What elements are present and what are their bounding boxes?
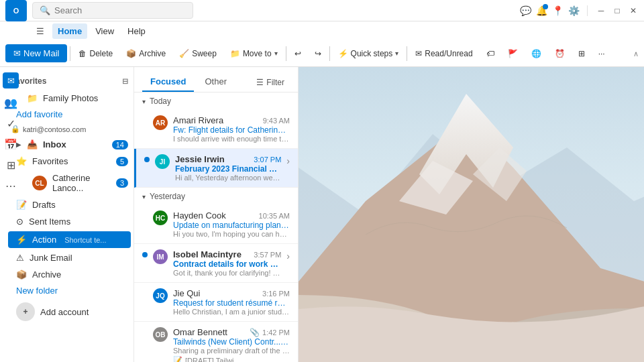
nav-calendar-icon[interactable]: 📅 xyxy=(4,138,17,151)
inbox-badge: 14 xyxy=(112,140,128,149)
email-subject: Contract details for work on... (3) xyxy=(173,259,281,269)
sidebar-item-inbox[interactable]: ▶ 📥 Inbox 14 xyxy=(5,136,133,153)
expand-icon[interactable]: › xyxy=(286,251,290,261)
email-item[interactable]: IM Isobel Macintyre 3:57 PM Contract det… xyxy=(134,244,298,283)
title-bar-right: 💬 🔔 📍 ⚙️ ─ □ ✕ xyxy=(520,5,639,16)
sidebar-item-favorites-sub[interactable]: ⭐ Favorites 5 xyxy=(5,153,133,170)
hamburger-menu[interactable]: ☰ xyxy=(34,23,47,39)
read-unread-button[interactable]: ✉ Read/Unread xyxy=(410,46,478,61)
email-header: Amari Rivera 9:43 AM xyxy=(173,115,290,125)
new-mail-button[interactable]: ✉ New Mail xyxy=(5,44,67,62)
redo-button[interactable]: ↪ xyxy=(309,46,327,61)
sidebar-item-family-photos[interactable]: 📁 Family Photos xyxy=(5,90,133,107)
nav-people-icon[interactable]: 👥 xyxy=(4,97,17,109)
sidebar-item-drafts[interactable]: 📝 Drafts xyxy=(5,196,133,213)
menu-help[interactable]: Help xyxy=(122,23,151,39)
mountain-background xyxy=(299,67,644,362)
email-time: 10:35 AM xyxy=(259,212,290,220)
toolbar-sep3 xyxy=(329,46,330,61)
sidebar-item-junk[interactable]: ⚠ Junk Email xyxy=(5,249,133,266)
email-item[interactable]: HC Hayden Cook 10:35 AM Update on manufa… xyxy=(134,205,298,244)
title-bar-left: O 🔍 xyxy=(5,0,193,21)
email-subject: Tailwinds (New Client) Contr... (6) xyxy=(173,337,290,347)
add-account-link[interactable]: + Add account xyxy=(5,298,133,325)
email-content: Jie Qui 3:16 PM Request for student résu… xyxy=(173,288,290,316)
close-button[interactable]: ✕ xyxy=(628,5,639,16)
main-layout: ✉ 👥 ✓ 📅 ⊞ ⋯ Favorites ⊟ 📁 Family Photos … xyxy=(0,67,644,362)
email-item[interactable]: JI Jessie Irwin 3:07 PM February 2023 Fi… xyxy=(134,149,298,188)
tab-other[interactable]: Other xyxy=(197,72,235,92)
sidebar-item-action[interactable]: ⚡ Action Shortcut te... xyxy=(8,231,131,248)
sweep-button[interactable]: 🧹 Sweep xyxy=(174,46,222,61)
tab-focused[interactable]: Focused xyxy=(142,72,194,92)
email-sender: Omar Bennett xyxy=(173,327,227,337)
quick-steps-button[interactable]: ⚡ Quick steps ▾ xyxy=(333,46,405,61)
translate-button[interactable]: 🌐 xyxy=(526,46,547,61)
sidebar-item-catherine[interactable]: CL Catherine Lanco... 3 xyxy=(5,170,133,196)
email-subject: Request for student résumé review xyxy=(173,298,290,308)
email-item[interactable]: AR Amari Rivera 9:43 AM Fw: Flight detai… xyxy=(134,110,298,149)
unread-dot xyxy=(144,157,150,162)
nav-more-icon[interactable]: ⋯ xyxy=(5,180,16,192)
sidebar: ✉ 👥 ✓ 📅 ⊞ ⋯ Favorites ⊟ 📁 Family Photos … xyxy=(0,67,134,362)
add-favorite-link[interactable]: Add favorite xyxy=(5,107,133,122)
email-content: Amari Rivera 9:43 AM Fw: Flight details … xyxy=(173,115,290,143)
sweep-icon: 🧹 xyxy=(179,49,189,58)
menu-home[interactable]: Home xyxy=(52,23,87,39)
attachment-icon: 📎 xyxy=(250,328,260,337)
email-content: Jessie Irwin 3:07 PM February 2023 Finan… xyxy=(175,154,281,182)
email-sender: Jessie Irwin xyxy=(175,154,225,164)
favorites-sub-badge: 5 xyxy=(116,157,128,166)
reading-pane xyxy=(299,67,644,362)
email-item[interactable]: OB Omar Bennett 📎 1:42 PM Tailwinds (New… xyxy=(134,322,298,362)
location-icon[interactable]: 📍 xyxy=(552,5,563,16)
search-input[interactable] xyxy=(54,5,175,15)
dropdown-arrow: ▾ xyxy=(274,50,278,57)
email-subject: February 2023 Financial Results xyxy=(175,164,281,174)
title-bar: O 🔍 💬 🔔 📍 ⚙️ ─ □ ✕ xyxy=(0,0,644,21)
sep xyxy=(587,5,588,16)
email-time: 1:42 PM xyxy=(262,328,290,337)
delete-button[interactable]: 🗑 Delete xyxy=(73,46,118,61)
search-bar[interactable]: 🔍 xyxy=(32,2,193,19)
tag-button[interactable]: 🏷 xyxy=(481,46,500,61)
email-subject: Fw: Flight details for Catherine's gr... xyxy=(173,125,290,135)
view-options-button[interactable]: ⊞ xyxy=(573,46,590,61)
toolbar-separator xyxy=(70,46,70,61)
maximize-button[interactable]: □ xyxy=(612,5,623,16)
avatar: HC xyxy=(153,210,168,225)
archive-button[interactable]: 📦 Archive xyxy=(121,46,171,61)
settings-icon[interactable]: ⚙️ xyxy=(568,5,579,16)
sidebar-item-sent[interactable]: ⊙ Sent Items xyxy=(5,213,133,230)
flag-button[interactable]: 🚩 xyxy=(502,46,523,61)
nav-icons: ✉ 👥 ✓ 📅 ⊞ ⋯ xyxy=(0,67,21,198)
nav-mail-icon[interactable]: ✉ xyxy=(3,72,19,88)
expand-icon[interactable]: › xyxy=(286,156,290,166)
undo-button[interactable]: ↩ xyxy=(289,46,307,61)
email-preview: Hi all, Yesterday afternoon we announced… xyxy=(175,174,281,182)
minimize-button[interactable]: ─ xyxy=(596,5,606,16)
today-chevron: ▾ xyxy=(142,98,146,105)
clock-button[interactable]: ⏰ xyxy=(549,46,570,61)
collapse-btn[interactable]: ∧ xyxy=(633,48,639,58)
today-divider[interactable]: ▾ Today xyxy=(134,93,298,110)
avatar: IM xyxy=(153,249,168,264)
yesterday-chevron: ▾ xyxy=(142,193,146,200)
more-options-button[interactable]: ··· xyxy=(593,46,610,61)
new-folder-link[interactable]: New folder xyxy=(5,283,133,298)
menu-view[interactable]: View xyxy=(90,23,119,39)
move-to-button[interactable]: 📁 Move to ▾ xyxy=(225,46,283,61)
yesterday-divider[interactable]: ▾ Yesterday xyxy=(134,188,298,205)
notification-icon[interactable]: 🔔 xyxy=(536,5,547,16)
nav-apps-icon[interactable]: ⊞ xyxy=(7,159,15,172)
nav-tasks-icon[interactable]: ✓ xyxy=(7,117,15,130)
avatar: JQ xyxy=(153,288,168,303)
email-header: Omar Bennett 📎 1:42 PM xyxy=(173,327,290,337)
email-preview: Sharing a preliminary draft of the lates… xyxy=(173,347,290,355)
email-item[interactable]: JQ Jie Qui 3:16 PM Request for student r… xyxy=(134,283,298,322)
sidebar-item-archive[interactable]: 📦 Archive xyxy=(5,266,133,283)
filter-button[interactable]: ☰ Filter xyxy=(251,75,290,90)
favorites-collapse-icon[interactable]: ⊟ xyxy=(122,77,128,86)
junk-icon: ⚠ xyxy=(16,253,24,263)
chat-icon[interactable]: 💬 xyxy=(520,5,531,16)
